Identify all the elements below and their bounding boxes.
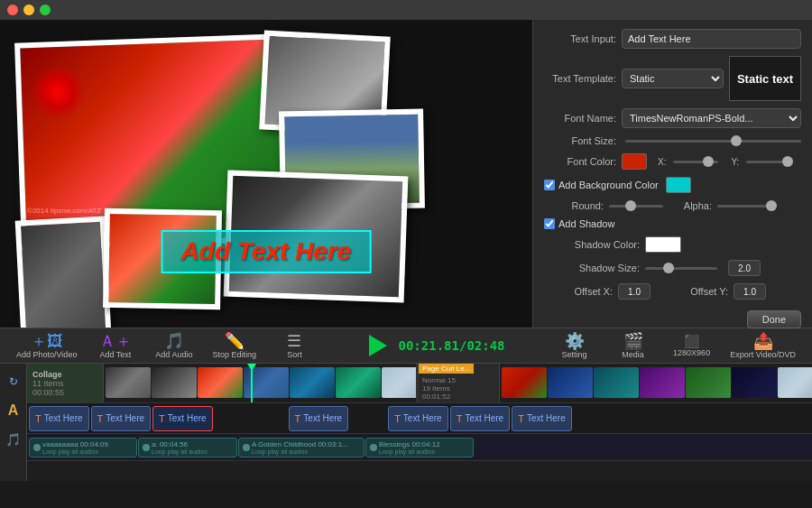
collage-items: 11 Items xyxy=(32,379,97,388)
font-size-label: Font Size: xyxy=(544,135,616,146)
photo-thumb-1[interactable] xyxy=(106,367,151,398)
audio-clip-sub-2: Loop play all audios xyxy=(152,448,208,455)
font-name-row: Font Name: TimesNewRomanPS-Bold... xyxy=(544,108,801,128)
watermark: ©2014 tipsnw.com/ATZ xyxy=(27,207,101,215)
play-icon xyxy=(369,335,387,356)
photo-thumb-n5[interactable] xyxy=(686,367,731,398)
text-clip-icon-5: T xyxy=(394,413,401,424)
audio-clip-3[interactable]: A Golden Childhood 00:03:1... Loop play … xyxy=(238,438,364,457)
stop-editing-button[interactable]: ✏️ Stop Editing xyxy=(203,328,265,363)
audio-clip-4[interactable]: Blessings 00:04:12 Loop play all audios xyxy=(365,438,474,457)
photo-thumb-6[interactable] xyxy=(336,367,381,398)
collage-duration: 00:00:55 xyxy=(32,388,97,397)
close-button[interactable] xyxy=(7,5,18,15)
bg-color-checkbox[interactable] xyxy=(544,180,555,190)
sort-icon: ☰ xyxy=(287,333,301,349)
maximize-button[interactable] xyxy=(40,5,51,15)
stop-editing-icon: ✏️ xyxy=(225,333,245,349)
text-clip-1[interactable]: T Text Here xyxy=(29,406,89,431)
text-input-field[interactable] xyxy=(622,29,801,49)
text-clip-icon-6: T xyxy=(457,413,463,424)
font-size-slider[interactable] xyxy=(625,140,801,143)
x-slider[interactable] xyxy=(673,161,718,163)
audio-clip-play-icon-4 xyxy=(370,444,377,451)
text-clip-3[interactable]: T Text Here xyxy=(152,406,213,431)
timeline-collage-icon[interactable]: ↻ xyxy=(3,371,24,393)
text-clip-label-5: Text Here xyxy=(403,413,442,423)
photo-track-row: Collage 11 Items 00:00:55 xyxy=(27,364,812,403)
add-text-button[interactable]: Ａ＋ Add Text xyxy=(86,328,144,363)
minimize-button[interactable] xyxy=(23,5,34,15)
x-label: X: xyxy=(658,157,666,167)
text-clip-5[interactable]: T Text Here xyxy=(388,406,448,431)
text-template-select[interactable]: Static xyxy=(622,69,724,88)
add-shadow-checkbox[interactable] xyxy=(544,218,555,229)
offset-y-input[interactable] xyxy=(734,283,766,300)
text-clip-label-1: Text Here xyxy=(44,413,83,423)
bg-color-row: Add Background Color xyxy=(544,177,801,193)
photo-thumb-n2[interactable] xyxy=(548,367,593,398)
photo-thumb-7[interactable] xyxy=(382,367,416,398)
add-text-icon: Ａ＋ xyxy=(99,333,132,349)
add-audio-button[interactable]: 🎵 Add Audio xyxy=(144,328,203,363)
sort-button[interactable]: ☰ Sort xyxy=(265,328,324,363)
bg-color-label: Add Background Color xyxy=(558,180,659,190)
sort-label: Sort xyxy=(287,350,302,359)
font-size-row: Font Size: xyxy=(544,135,801,146)
text-clip-label-3: Text Here xyxy=(168,413,207,423)
text-clip-7[interactable]: T Text Here xyxy=(512,406,572,431)
round-slider[interactable] xyxy=(609,205,663,208)
audio-clip-1[interactable]: vaaaaaaaa 00:04:09 Loop play all audios xyxy=(29,438,137,457)
font-color-label: Font Color: xyxy=(544,156,616,167)
resolution-button[interactable]: ⬛ 1280X960 xyxy=(662,335,721,357)
normal-items: 19 Items xyxy=(422,384,495,393)
photo-thumb-3[interactable] xyxy=(198,367,243,398)
setting-button[interactable]: ⚙️ Setting xyxy=(545,333,604,359)
photo-thumb-n3[interactable] xyxy=(594,367,639,398)
text-track-row: T Text Here T Text Here T Text Here T Te… xyxy=(27,403,812,434)
photo-thumb-n4[interactable] xyxy=(640,367,685,398)
text-clip-label-6: Text Here xyxy=(465,413,503,423)
font-name-select[interactable]: TimesNewRomanPS-Bold... xyxy=(622,108,801,128)
playhead xyxy=(251,364,253,402)
font-color-swatch[interactable] xyxy=(622,153,647,170)
y-slider[interactable] xyxy=(746,161,791,163)
preview-area: Add Text Here ©2014 tipsnw.com/ATZ xyxy=(0,20,532,328)
shadow-size-row: Shadow Size: xyxy=(544,260,801,276)
timeline-audio-icon[interactable]: 🎵 xyxy=(3,429,24,450)
photo-thumb-5[interactable] xyxy=(290,367,335,398)
export-button[interactable]: 📤 Export Video/DVD xyxy=(721,333,805,359)
timeline-text-icon[interactable]: A xyxy=(3,400,24,421)
text-clip-6[interactable]: T Text Here xyxy=(450,406,511,431)
audio-track-row: vaaaaaaaa 00:04:09 Loop play all audios … xyxy=(27,434,812,461)
font-color-row: Font Color: X: Y: xyxy=(544,153,801,170)
offset-x-input[interactable] xyxy=(618,283,651,300)
audio-clip-2[interactable]: a: 00:04:56 Loop play all audios xyxy=(138,438,237,457)
text-clip-icon-1: T xyxy=(35,413,42,424)
offset-y-label: Offset Y: xyxy=(674,286,728,297)
shadow-size-slider[interactable] xyxy=(645,267,717,270)
resolution-icon: ⬛ xyxy=(684,335,699,347)
photo-thumb-n6[interactable] xyxy=(732,367,777,398)
text-clip-icon-3: T xyxy=(159,413,165,424)
photo-thumb-n7[interactable] xyxy=(778,367,812,398)
photo-thumb-2[interactable] xyxy=(152,367,197,398)
photo-thumb-n1[interactable] xyxy=(502,367,547,398)
font-name-label: Font Name: xyxy=(544,113,616,124)
text-clip-4[interactable]: T Text Here xyxy=(289,406,349,431)
play-button[interactable] xyxy=(364,332,392,359)
add-photo-button[interactable]: ＋🖼 Add Photo/Video xyxy=(7,328,86,363)
bg-color-swatch[interactable] xyxy=(666,177,691,193)
shadow-color-swatch[interactable] xyxy=(645,236,681,253)
text-template-label: Text Template: xyxy=(544,73,616,84)
shadow-size-value[interactable] xyxy=(728,260,761,276)
media-button[interactable]: 🎬 Media xyxy=(604,333,662,359)
audio-clip-sub-1: Loop play all audios xyxy=(42,448,108,455)
audio-clip-name-1: vaaaaaaaa 00:04:09 xyxy=(42,440,108,448)
done-button[interactable]: Done xyxy=(747,310,801,328)
alpha-slider[interactable] xyxy=(717,205,771,208)
text-clip-2[interactable]: T Text Here xyxy=(91,406,152,431)
text-clip-icon-7: T xyxy=(518,413,524,424)
text-track: T Text Here T Text Here T Text Here T Te… xyxy=(27,404,812,433)
audio-clip-info-2: a: 00:04:56 Loop play all audios xyxy=(152,440,208,455)
